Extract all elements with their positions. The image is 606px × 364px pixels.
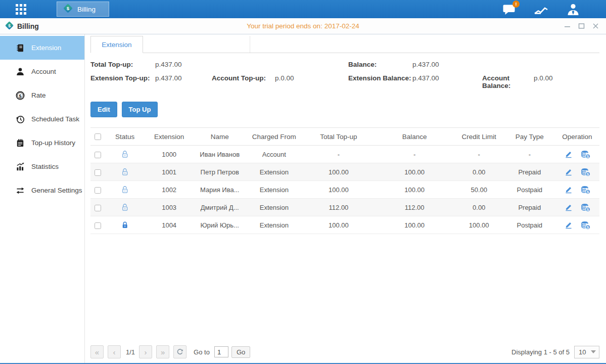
edit-pencil-icon[interactable] [564,221,573,229]
pagination-bar: « ‹ 1/1 › » Go to Go Displaying 1 - 5 of… [90,343,599,363]
maximize-icon[interactable] [578,23,585,29]
sidebar-item-rate[interactable]: $Rate [0,83,84,107]
cell-extension: 1002 [145,181,193,199]
cell-charged-from: Extension [246,216,302,234]
account-icon [15,67,25,76]
sidebar-item-statistics[interactable]: Statistics [0,155,84,178]
general-settings-icon [15,186,25,195]
sidebar-item-scheduled-task[interactable]: Scheduled Task [0,107,84,131]
topup-coins-icon[interactable]: $ [581,186,590,194]
scheduled-task-icon [15,115,25,124]
extension-balance-label: Extension Balance: [348,74,412,89]
cell-total-topup: 100.00 [302,181,375,199]
page-indicator: 1/1 [126,348,135,356]
topup-coins-icon[interactable]: $ [581,168,590,176]
extension-topup-value: p.437.00 [155,74,212,89]
topup-coins-icon[interactable]: $ [581,203,590,212]
reports-chart-icon[interactable] [534,4,548,15]
close-icon[interactable] [592,23,599,29]
edit-pencil-icon[interactable] [564,186,573,194]
extension-icon [15,43,25,53]
cell-pay-type: Prepaid [504,163,555,181]
total-topup-value: p.437.00 [155,61,212,68]
extensions-table: StatusExtensionNameCharged FromTotal Top… [90,127,599,234]
edit-pencil-icon[interactable] [564,203,573,211]
billing-app-window: $ Billing ! $ Billing Your trial period … [0,0,606,364]
column-header-operation: Operation [555,128,599,146]
table-row: 1004Юрий Юрь...Extension100.00100.00100.… [90,216,599,234]
cell-total-topup: 112.00 [302,199,375,216]
cell-name: Юрий Юрь... [193,216,246,234]
column-header-charged-from: Charged From [246,128,302,146]
statistics-icon [15,162,25,171]
column-header-extension: Extension [145,128,193,146]
cell-charged-from: Account [246,146,302,163]
first-page-button[interactable]: « [90,345,104,358]
lock-closed-icon [121,221,129,230]
select-all-checkbox[interactable] [95,133,101,140]
goto-page-input[interactable] [214,346,228,357]
go-button[interactable]: Go [231,346,250,358]
column-header-status: Status [105,128,145,146]
edit-button[interactable]: Edit [90,102,117,117]
topbar-right-icons: ! [503,3,580,16]
cell-total-topup: - [302,146,375,163]
topbar-billing-tab[interactable]: $ Billing [57,2,109,17]
user-account-icon[interactable] [567,3,580,16]
row-checkbox[interactable] [95,205,101,211]
refresh-button[interactable] [173,345,187,358]
sidebar-item-label: Top-up History [31,139,75,147]
topup-history-icon [15,139,25,148]
displaying-info: Displaying 1 - 5 of 5 [511,348,570,356]
sidebar-item-label: Rate [31,92,46,99]
messages-icon[interactable]: ! [503,4,516,15]
tab-bar: Extension [90,36,599,53]
cell-balance: 100.00 [376,216,454,234]
sidebar-item-label: Extension [31,44,61,52]
sidebar-item-label: Account [31,68,56,75]
row-checkbox[interactable] [95,222,101,229]
sidebar-item-top-up-history[interactable]: Top-up History [0,131,84,155]
edit-pencil-icon[interactable] [564,168,573,176]
sidebar-item-general-settings[interactable]: General Settings [0,178,84,202]
window-title-text: Billing [17,22,39,30]
page-size-select[interactable]: 10 [574,346,599,358]
row-checkbox[interactable] [95,187,101,194]
cell-name: Петр Петров [193,163,246,181]
tab-extension[interactable]: Extension [90,36,143,53]
edit-pencil-icon[interactable] [564,150,573,158]
minimize-icon[interactable] [564,23,571,29]
last-page-button[interactable]: » [156,345,169,358]
cell-name: Мария Ива... [193,181,246,199]
cell-charged-from: Extension [246,181,302,199]
svg-text:$: $ [67,6,70,11]
cell-charged-from: Extension [246,199,302,216]
table-header-row: StatusExtensionNameCharged FromTotal Top… [90,128,599,146]
account-topup-value: p.0.00 [275,74,348,89]
cell-extension: 1003 [145,199,193,216]
balance-label: Balance: [348,61,412,68]
chevron-down-icon [591,350,596,353]
top-up-button[interactable]: Top Up [122,102,158,117]
page-size-value: 10 [579,348,586,356]
cell-total-topup: 100.00 [302,216,375,234]
lock-open-icon [121,203,129,212]
cell-balance: 112.00 [376,199,454,216]
cell-pay-type: - [504,146,555,163]
cell-extension: 1000 [145,146,193,163]
account-balance-label: Account Balance: [482,74,534,89]
cell-extension: 1004 [145,216,193,234]
next-page-button[interactable]: › [139,345,152,358]
prev-page-button[interactable]: ‹ [108,345,121,358]
sidebar-item-extension[interactable]: Extension [0,36,84,60]
main-content: Extension Total Top-up: p.437.00 Balance… [85,34,606,363]
topup-coins-icon[interactable]: $ [581,221,590,230]
extension-balance-value: p.437.00 [412,74,482,89]
app-launcher-icon[interactable] [16,4,26,15]
sidebar-item-account[interactable]: Account [0,60,84,83]
topup-coins-icon[interactable]: $ [581,150,590,159]
row-checkbox[interactable] [95,169,101,176]
table-row: 1001Петр ПетровExtension100.00100.000.00… [90,163,599,181]
row-checkbox[interactable] [95,152,101,158]
cell-name: Иван Иванов [193,146,246,163]
